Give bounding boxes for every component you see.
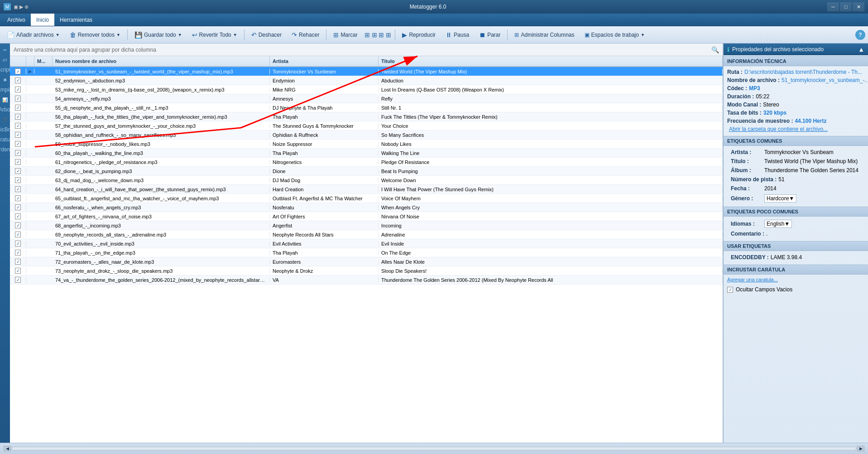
col-header-filename[interactable]: Nuevo nombre de archivo <box>53 56 270 66</box>
row-checkbox[interactable] <box>15 268 21 274</box>
cell-check[interactable] <box>10 150 26 156</box>
table-row[interactable]: 70_evil_activities_-_evil_inside.mp3 Evi… <box>10 239 723 248</box>
save-all-button[interactable]: 💾 Guardar todo ▼ <box>130 29 186 40</box>
scroll-track[interactable] <box>12 447 856 450</box>
sidebar-music-icon[interactable]: 🎵 <box>0 115 10 124</box>
sidebar-edit-icon[interactable]: ✏ <box>0 45 10 54</box>
cell-check[interactable] <box>10 132 26 138</box>
menu-archivo[interactable]: Archivo <box>2 14 31 26</box>
table-row[interactable]: 53_mike_nrg_-_lost_in_dreams_(q-base_ost… <box>10 85 723 94</box>
table-row[interactable]: 57_the_stunned_guys_and_tommyknocker_-_y… <box>10 121 723 130</box>
table-row[interactable]: 72_euromasters_-_alles_naar_de_klote.mp3… <box>10 257 723 266</box>
row-checkbox[interactable] <box>15 186 21 192</box>
table-row[interactable]: 65_outblast_ft._angerfist_and_mc_tha_wat… <box>10 194 723 203</box>
cell-check[interactable] <box>10 277 26 283</box>
row-checkbox[interactable] <box>15 259 21 265</box>
sidebar-chart-icon[interactable]: 📊 <box>0 95 10 104</box>
row-checkbox[interactable] <box>15 68 21 74</box>
row-checkbox[interactable] <box>15 159 21 165</box>
right-panel-expand-icon[interactable]: ▲ <box>858 46 864 53</box>
cell-check[interactable] <box>10 213 26 219</box>
sidebar-clean-icon[interactable]: Limpiar <box>0 85 10 94</box>
row-checkbox[interactable] <box>15 105 21 111</box>
table-row[interactable]: 61_nitrogenetics_-_pledge_of_resistance.… <box>10 158 723 167</box>
cell-check[interactable] <box>10 159 26 165</box>
sidebar-musicbrainz-icon[interactable]: MusicBrainz <box>0 125 10 134</box>
lang-dropdown[interactable]: English ▼ <box>764 220 792 228</box>
cell-check[interactable] <box>10 96 26 101</box>
pause-button[interactable]: ⏸ Pausa <box>441 29 473 40</box>
maximize-button[interactable]: □ <box>840 2 852 11</box>
sidebar-x-icon[interactable]: ✖ <box>0 75 10 84</box>
scroll-left-button[interactable]: ◀ <box>4 446 11 451</box>
mark-button[interactable]: ⊞ Marcar <box>329 29 361 40</box>
row-checkbox[interactable] <box>15 241 21 246</box>
col-header-title[interactable]: Titulo <box>379 56 723 66</box>
cell-check[interactable] <box>10 232 26 237</box>
menu-herramientas[interactable]: Herramientas <box>54 14 98 26</box>
sidebar-tag-icon[interactable]: 🏷 <box>0 55 10 64</box>
folder-link-row[interactable]: Abrir la carpeta que contiene el archivo… <box>727 125 864 133</box>
table-row[interactable]: 63_dj_mad_dog_-_welcome_down.mp3 DJ Mad … <box>10 176 723 185</box>
row-checkbox[interactable] <box>15 277 21 283</box>
manage-columns-button[interactable]: ⊞ Administrar Columnas <box>510 30 578 40</box>
menu-inicio[interactable]: Inicio <box>31 14 54 26</box>
cell-check[interactable] <box>10 259 26 265</box>
add-files-button[interactable]: 📄 Añadir archivos ▼ <box>3 29 64 40</box>
cell-check[interactable] <box>10 77 26 83</box>
cell-check[interactable] <box>10 168 26 174</box>
col-header-check[interactable] <box>10 56 26 66</box>
remove-all-button[interactable]: 🗑 Remover todos ▼ <box>66 29 125 40</box>
table-row[interactable]: 74_va_-_thunderdome_the_golden_series_20… <box>10 275 723 285</box>
sidebar-tree-icon[interactable]: Arbol <box>0 105 10 114</box>
cell-check[interactable] <box>10 123 26 129</box>
genre-dropdown[interactable]: Hardcore ▼ <box>764 194 796 203</box>
cell-check[interactable] <box>10 222 26 228</box>
row-checkbox[interactable] <box>15 123 21 129</box>
sidebar-order-icon[interactable]: Ordenar <box>0 145 10 154</box>
stop-button[interactable]: ⏹ Parar <box>475 29 504 40</box>
cell-check[interactable] <box>10 68 26 74</box>
cell-check[interactable] <box>10 114 26 120</box>
revert-all-button[interactable]: ↩ Revertir Todo ▼ <box>188 29 241 40</box>
row-checkbox[interactable] <box>15 232 21 237</box>
cell-check[interactable] <box>10 177 26 183</box>
search-button[interactable]: 🔍 <box>711 46 719 53</box>
table-row[interactable]: 55_dj_neophyte_and_tha_playah_-_still_nr… <box>10 103 723 112</box>
row-checkbox[interactable] <box>15 141 21 147</box>
workspaces-button[interactable]: ▣ Espacios de trabajo ▼ <box>580 30 649 40</box>
row-checkbox[interactable] <box>15 250 21 256</box>
cell-check[interactable] <box>10 250 26 256</box>
table-row[interactable]: 52_endymion_-_abduction.mp3 Endymion Abd… <box>10 76 723 85</box>
cell-check[interactable] <box>10 186 26 192</box>
row-checkbox[interactable] <box>15 132 21 138</box>
table-row[interactable]: 59_noize_suppressor_-_nobody_likes.mp3 N… <box>10 140 723 149</box>
cell-check[interactable] <box>10 268 26 274</box>
row-checkbox[interactable] <box>15 204 21 210</box>
cell-check[interactable] <box>10 141 26 147</box>
close-button[interactable]: ✕ <box>853 2 864 11</box>
table-row[interactable]: 71_tha_playah_-_on_the_edge.mp3 Tha Play… <box>10 248 723 257</box>
table-row[interactable]: 58_ophidian_and_ruffneck_-_so_many_sacri… <box>10 130 723 140</box>
row-checkbox[interactable] <box>15 96 21 101</box>
table-row[interactable]: 60_tha_playah_-_walking_the_line.mp3 Tha… <box>10 149 723 158</box>
cell-check[interactable] <box>10 105 26 111</box>
sidebar-cover-icon[interactable]: Caratulas <box>0 135 10 144</box>
table-row[interactable]: 66_nosferatu_-_when_angels_cry.mp3 Nosfe… <box>10 203 723 212</box>
hide-empty-checkbox[interactable] <box>727 287 733 293</box>
row-checkbox[interactable] <box>15 77 21 83</box>
table-row[interactable]: 68_angerfist_-_incoming.mp3 Angerfist In… <box>10 221 723 230</box>
cell-check[interactable] <box>10 195 26 201</box>
row-checkbox[interactable] <box>15 177 21 183</box>
row-checkbox[interactable] <box>15 195 21 201</box>
help-button[interactable]: ? <box>855 30 865 40</box>
col-header-artist[interactable]: Artista <box>270 56 379 66</box>
table-row[interactable]: 56_tha_playah_-_fuck_the_titties_(the_vi… <box>10 112 723 121</box>
table-row[interactable]: 54_amnesys_-_refly.mp3 Amnesys Refly <box>10 94 723 103</box>
play-button[interactable]: ▶ Reproducir <box>398 29 440 40</box>
minimize-button[interactable]: ─ <box>827 2 839 11</box>
folder-link[interactable]: Abrir la carpeta que contiene el archivo… <box>729 126 828 132</box>
table-row[interactable]: 73_neophyte_and_drokz_-_sloop_die_speake… <box>10 266 723 275</box>
cell-check[interactable] <box>10 241 26 246</box>
sidebar-scripts-icon[interactable]: Scripts <box>0 65 10 74</box>
